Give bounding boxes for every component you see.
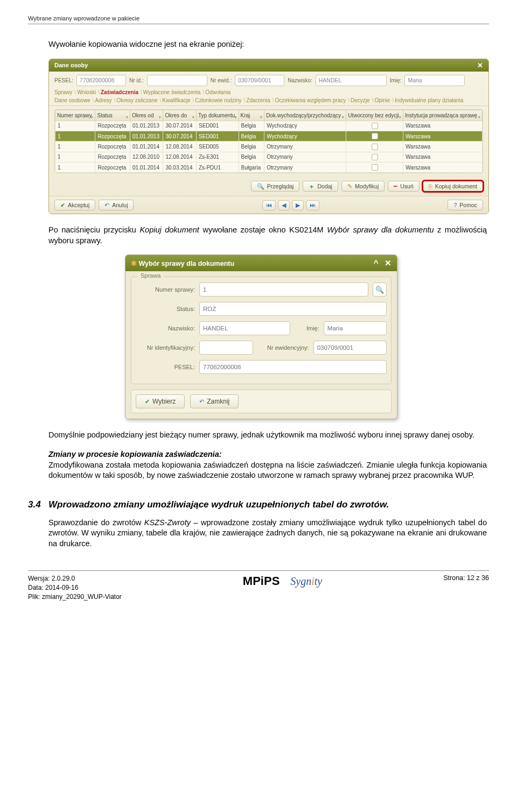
table-row[interactable]: 1Rozpoczęta01.01.201412.08.2014SED005Bel…: [55, 142, 483, 152]
tab-wnioski[interactable]: Wnioski: [77, 89, 96, 95]
checkbox[interactable]: [372, 154, 378, 160]
pesel-input[interactable]: 77082000008: [76, 75, 126, 86]
pesel-input[interactable]: 77082000008: [199, 360, 387, 374]
check-icon: ✔: [60, 202, 65, 208]
checkbox[interactable]: [372, 164, 378, 171]
akceptuj-button[interactable]: ✔Akceptuj: [54, 200, 95, 210]
help-icon: ?: [453, 202, 457, 208]
tabs-row-2: Dane osobowe\Adresy\Okresy zaliczane\Kwa…: [49, 95, 488, 106]
footer-center: MPiPS: [243, 574, 280, 588]
data-grid[interactable]: Numer sprawy▾Status▾Okres od▾Okres do▾Ty…: [55, 110, 483, 173]
numer-label: Numer sprawy:: [136, 286, 197, 293]
kopiuj-dokument-button[interactable]: ⎘Kopiuj dokument: [423, 181, 483, 192]
przegladaj-button[interactable]: 🔍Przeglądaj: [251, 181, 300, 192]
col-header[interactable]: Status▾: [95, 110, 130, 121]
para-intro: Wywołanie kopiowania widoczne jest na ek…: [48, 39, 487, 50]
window-title: Dane osoby: [54, 62, 88, 68]
pesel-label: PESEL:: [136, 364, 197, 370]
table-row[interactable]: 1Rozpoczęta01.01.201330.07.2014SED001Bel…: [55, 121, 483, 131]
tab-zaświadczenia[interactable]: Zaświadczenia: [101, 89, 138, 95]
nazwisko-input[interactable]: HANDEL: [199, 321, 290, 335]
table-row[interactable]: 1Rozpoczęta01.01.201330.07.2014SED001Bel…: [55, 131, 483, 141]
tab-decyzje[interactable]: Decyzje: [351, 97, 370, 103]
tab-dane-osobowe[interactable]: Dane osobowe: [54, 97, 90, 103]
col-header[interactable]: Dok.wychodzący/przychodzący▾: [264, 110, 346, 121]
col-header[interactable]: Kraj▾: [239, 110, 264, 121]
tab-oczekiwania-względem-pracy[interactable]: Oczekiwania względem pracy: [275, 97, 346, 103]
nrewid-input[interactable]: 030709/0001: [235, 75, 284, 86]
minimize-icon[interactable]: ^: [369, 258, 379, 267]
tab-adresy[interactable]: Adresy: [95, 97, 112, 103]
para-after-screenshot1: Po naciśnięciu przycisku Kopiuj dokument…: [48, 225, 487, 246]
search-icon: 🔍: [375, 286, 384, 294]
nrid-input[interactable]: [147, 75, 207, 86]
nrewid-input[interactable]: 030709/0001: [313, 341, 387, 355]
close-icon[interactable]: ✕: [380, 258, 392, 267]
nav-last-button[interactable]: ⏭: [306, 200, 319, 210]
lookup-button[interactable]: 🔍: [373, 283, 387, 296]
plus-icon: ＋: [309, 183, 315, 189]
anuluj-button[interactable]: ↶Anuluj: [99, 200, 134, 210]
status-label: Status:: [136, 306, 197, 312]
wybierz-button[interactable]: ✔Wybierz: [136, 394, 185, 408]
minus-icon: ━: [394, 183, 397, 189]
close-icon[interactable]: ✕: [477, 61, 483, 69]
dialog-title: Wybór sprawy dla dokumentu: [138, 260, 234, 267]
dialog-wybor-sprawy: ✱ Wybór sprawy dla dokumentu ^ ✕ Sprawa …: [125, 255, 397, 419]
table-row[interactable]: 1Rozpoczęta12.08.201012.08.2014Zs-E301Be…: [55, 152, 483, 162]
table-row[interactable]: 1Rozpoczęta01.01.201430.03.2014Zs-PDU1Bu…: [55, 163, 483, 173]
para-default-hint: Domyślnie podpowiedziany jest bieżący nu…: [48, 430, 487, 441]
tab-opinie[interactable]: Opinie: [374, 97, 390, 103]
copy-icon: ⎘: [429, 183, 432, 189]
last-icon: ⏭: [310, 202, 316, 208]
doc-header: Wybrane zmiany wprowadzone w pakiecie: [28, 15, 489, 24]
col-header[interactable]: Typ dokumentu▾: [196, 110, 239, 121]
checkbox[interactable]: [372, 144, 378, 150]
status-input[interactable]: ROZ: [199, 302, 387, 316]
dialog-icon: ✱: [131, 260, 137, 267]
usun-button[interactable]: ━Usuń: [388, 181, 420, 192]
nav-prev-button[interactable]: ◀: [278, 200, 290, 210]
prev-icon: ◀: [282, 202, 286, 208]
nav-next-button[interactable]: ▶: [292, 200, 304, 210]
col-header[interactable]: Instytucja prowadząca sprawę▾: [403, 110, 483, 121]
window-dane-osoby: Dane osoby ✕ PESEL: 77082000008 Nr id.: …: [48, 59, 489, 215]
tab-zdarzenia[interactable]: Zdarzenia: [246, 97, 270, 103]
dodaj-button[interactable]: ＋Dodaj: [303, 181, 338, 192]
doc-footer: Wersja: 2.0.29.0 Data: 2014-09-16 Plik: …: [28, 570, 489, 601]
col-header[interactable]: Okres od▾: [130, 110, 163, 121]
grid-toolbar: 🔍Przeglądaj ＋Dodaj ✎Modyfikuj ━Usuń ⎘Kop…: [49, 178, 488, 196]
pomoc-button[interactable]: ?Pomoc: [448, 200, 483, 210]
tab-okresy-zaliczane[interactable]: Okresy zaliczane: [116, 97, 157, 103]
section-heading: 3.4 Wprowadzono zmiany umożliwiające wyd…: [28, 499, 489, 510]
tab-wypłacone świadczenia[interactable]: Wypłacone świadczenia: [143, 89, 201, 95]
zamknij-button[interactable]: ↶Zamknij: [190, 394, 239, 408]
nrident-input[interactable]: [199, 341, 253, 355]
tab-indywidualne-plany-działania[interactable]: Indywidualne plany działania: [395, 97, 463, 103]
pencil-icon: ✎: [347, 183, 352, 189]
tab-kwalifikacje[interactable]: Kwalifikacje: [162, 97, 190, 103]
modyfikuj-button[interactable]: ✎Modyfikuj: [341, 181, 385, 192]
nazwisko-label: Nazwisko:: [288, 77, 312, 83]
imie-input[interactable]: Maria: [324, 321, 387, 335]
imie-input[interactable]: Maria: [404, 75, 465, 86]
tab-członkowie-rodziny[interactable]: Członkowie rodziny: [195, 97, 241, 103]
checkbox[interactable]: [372, 133, 378, 139]
col-header[interactable]: Numer sprawy▾: [55, 110, 95, 121]
nrident-label: Nr identyfikacyjny:: [136, 344, 197, 351]
page-number: Strona: 12 z 36: [443, 574, 489, 582]
imie-label: Imię:: [390, 77, 402, 83]
check-icon: ✔: [145, 399, 150, 405]
checkbox[interactable]: [372, 123, 378, 129]
imie-label: Imię:: [292, 325, 322, 331]
tab-odwołania[interactable]: Odwołania: [205, 89, 230, 95]
nrewid-label: Nr ewid.:: [211, 77, 232, 83]
undo-icon: ↶: [104, 202, 109, 208]
nrid-label: Nr id.:: [129, 77, 144, 83]
nav-first-button[interactable]: ⏮: [262, 200, 276, 210]
nazwisko-input[interactable]: HANDEL: [316, 75, 387, 86]
numer-input[interactable]: 1: [199, 283, 368, 296]
col-header[interactable]: Utworzony bez edycji▾: [346, 110, 403, 121]
col-header[interactable]: Okres do▾: [163, 110, 197, 121]
tab-sprawy[interactable]: Sprawy: [54, 89, 72, 95]
